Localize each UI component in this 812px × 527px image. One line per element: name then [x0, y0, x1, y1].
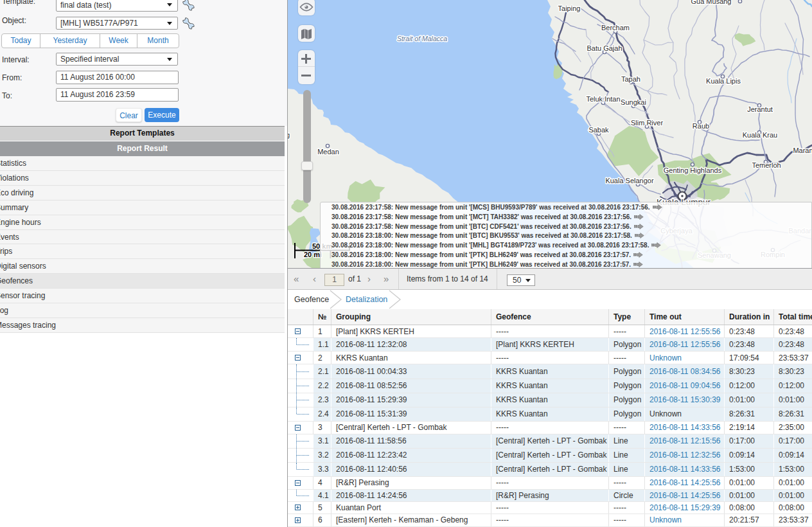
svg-text:Strait of Malacca: Strait of Malacca: [397, 35, 447, 42]
svg-text:Maran: Maran: [793, 147, 812, 154]
svg-text:Kuala Selangor: Kuala Selangor: [605, 177, 654, 184]
svg-text:Jerantut: Jerantut: [747, 105, 773, 113]
svg-text:Medan: Medan: [317, 148, 339, 156]
svg-text:Kuala Krau: Kuala Krau: [743, 131, 777, 139]
svg-text:Bercham: Bercham: [601, 24, 630, 31]
svg-text:Teluk Intan: Teluk Intan: [586, 95, 620, 103]
svg-text:Raub: Raub: [693, 122, 709, 130]
svg-text:Gua Musang: Gua Musang: [691, 0, 732, 5]
svg-text:Slim River: Slim River: [631, 119, 663, 127]
svg-text:Batu Gajah: Batu Gajah: [587, 44, 622, 52]
svg-text:Tapah: Tapah: [621, 75, 640, 83]
svg-text:Taiping: Taiping: [558, 4, 581, 12]
svg-text:20 mi: 20 mi: [304, 251, 322, 258]
svg-text:Sungkai: Sungkai: [621, 98, 646, 106]
svg-text:Temerloh: Temerloh: [752, 161, 781, 169]
svg-text:Genting Highlands: Genting Highlands: [664, 166, 722, 174]
svg-text:Sabak: Sabak: [588, 126, 609, 134]
svg-text:g: g: [288, 131, 290, 139]
svg-text:Kuala Lipis: Kuala Lipis: [706, 77, 741, 85]
